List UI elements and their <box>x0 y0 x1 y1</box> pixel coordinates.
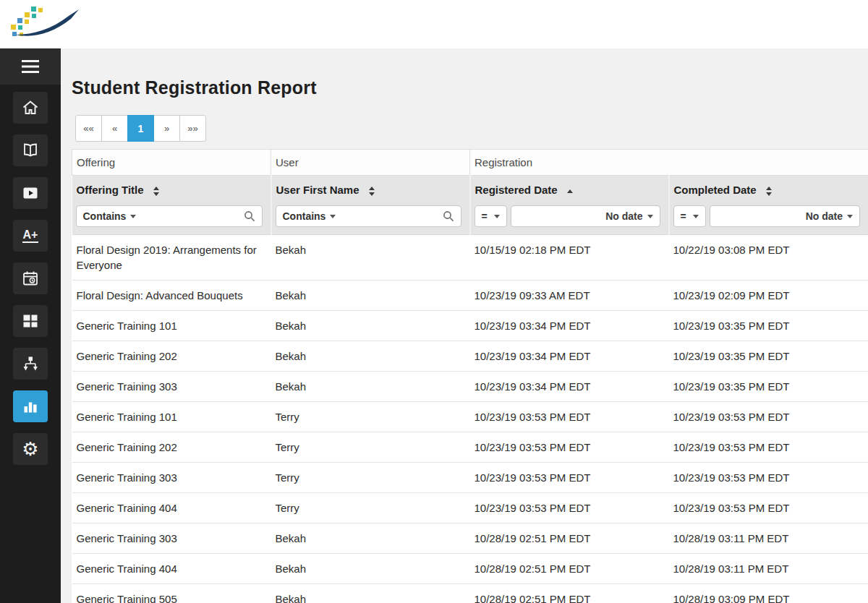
table-row[interactable]: Generic Training 303Terry10/23/19 03:53 … <box>72 463 868 493</box>
a-plus-icon: A+ <box>22 228 39 244</box>
table-row[interactable]: Generic Training 101Bekah10/23/19 03:34 … <box>72 311 868 341</box>
sidebar-item-home[interactable] <box>13 92 48 124</box>
table-row[interactable]: Generic Training 404Terry10/23/19 03:53 … <box>72 493 868 523</box>
open-book-icon <box>22 142 39 159</box>
sort-icon <box>369 187 375 196</box>
search-icon[interactable] <box>443 210 454 222</box>
table-row[interactable]: Generic Training 303Bekah10/23/19 03:34 … <box>72 372 868 402</box>
table-cell: 10/28/19 03:11 PM EDT <box>669 523 868 554</box>
table-row[interactable]: Generic Training 202Terry10/23/19 03:53 … <box>72 432 868 463</box>
table-cell: Floral Design: Advanced Bouquets <box>72 281 271 311</box>
column-header-user-first-name[interactable]: User First Name <box>271 176 470 205</box>
table-cell: 10/23/19 03:35 PM EDT <box>669 341 868 372</box>
table-cell: Terry <box>271 432 470 463</box>
table-cell: 10/23/19 03:53 PM EDT <box>470 493 669 523</box>
column-header-row: Offering Title User First Name Registere… <box>72 176 868 205</box>
date-filter-value: No date <box>806 210 843 222</box>
pagination: «« « 1 » »» <box>75 115 206 142</box>
group-header-registration: Registration <box>470 150 868 176</box>
table-cell: 10/23/19 03:34 PM EDT <box>470 311 669 341</box>
first-page-button[interactable]: «« <box>75 115 102 142</box>
table-cell: Bekah <box>271 372 470 402</box>
chevron-down-icon <box>130 215 136 218</box>
table-cell: Generic Training 202 <box>72 341 271 372</box>
table-cell: Bekah <box>271 281 470 311</box>
completed-date-value-dropdown[interactable]: No date <box>710 205 861 227</box>
table-row[interactable]: Generic Training 303Bekah10/28/19 02:51 … <box>72 523 868 554</box>
column-header-completed-date[interactable]: Completed Date <box>669 176 868 205</box>
last-page-button[interactable]: »» <box>179 115 206 142</box>
table-cell: 10/28/19 03:09 PM EDT <box>669 584 868 603</box>
completed-date-filter-cell: = No date <box>669 204 868 235</box>
table-cell: 10/23/19 03:53 PM EDT <box>669 463 868 493</box>
table-row[interactable]: Floral Design: Advanced BouquetsBekah10/… <box>72 281 868 311</box>
group-header-user: User <box>271 150 470 176</box>
table-row[interactable]: Generic Training 505Bekah10/28/19 02:51 … <box>72 584 868 603</box>
table-cell: 10/23/19 03:35 PM EDT <box>669 311 868 341</box>
next-page-button[interactable]: » <box>153 115 180 142</box>
registered-date-operator-dropdown[interactable]: = <box>475 205 507 227</box>
sidebar-item-catalog[interactable] <box>13 134 48 166</box>
report-rows: Floral Design 2019: Arrangements for Eve… <box>72 235 868 603</box>
page-1-button[interactable]: 1 <box>127 115 154 142</box>
hamburger-menu-button[interactable] <box>0 48 61 85</box>
sidebar-item-calendar[interactable] <box>13 262 48 294</box>
table-cell: 10/23/19 03:53 PM EDT <box>669 432 868 463</box>
table-cell: 10/22/19 03:08 PM EDT <box>669 235 868 281</box>
table-cell: Generic Training 202 <box>72 432 271 463</box>
column-label: Registered Date <box>475 184 558 196</box>
offering-title-filter[interactable]: Contains <box>76 205 263 227</box>
user-first-name-filter[interactable]: Contains <box>276 205 461 227</box>
table-cell: 10/23/19 03:53 PM EDT <box>669 402 868 432</box>
sidebar-item-learning-paths[interactable] <box>13 348 48 380</box>
main-content: Student Registration Report «« « 1 » »» … <box>61 48 868 603</box>
top-bar <box>0 0 868 48</box>
table-cell: Terry <box>271 463 470 493</box>
completed-date-operator-dropdown[interactable]: = <box>673 205 706 227</box>
table-cell: Floral Design 2019: Arrangements for Eve… <box>72 235 271 281</box>
filter-operator-label[interactable]: Contains <box>83 210 127 222</box>
table-cell: Terry <box>271 493 470 523</box>
table-cell: Generic Training 101 <box>72 402 271 432</box>
filter-operator-label[interactable]: Contains <box>283 210 326 222</box>
table-cell: 10/28/19 03:11 PM EDT <box>669 554 868 584</box>
prev-page-button[interactable]: « <box>101 115 128 142</box>
chevron-down-icon <box>647 215 653 218</box>
table-cell: 10/23/19 03:53 PM EDT <box>669 493 868 523</box>
sidebar-item-grades[interactable]: A+ <box>13 220 48 252</box>
sidebar-item-modules[interactable] <box>13 305 48 337</box>
search-icon[interactable] <box>244 210 255 222</box>
sidebar-nav: A+ <box>0 85 61 465</box>
sitemap-icon <box>22 355 39 372</box>
table-cell: 10/23/19 02:09 PM EDT <box>669 281 868 311</box>
table-cell: 10/23/19 03:53 PM EDT <box>470 402 669 432</box>
date-operator-label: = <box>482 210 488 222</box>
chevron-down-icon <box>693 215 699 218</box>
table-cell: Generic Training 101 <box>72 311 271 341</box>
group-header-offering: Offering <box>72 150 271 176</box>
table-cell: Bekah <box>271 311 470 341</box>
table-row[interactable]: Generic Training 202Bekah10/23/19 03:34 … <box>72 341 868 372</box>
table-cell: 10/28/19 02:51 PM EDT <box>470 584 669 603</box>
table-cell: Terry <box>271 402 470 432</box>
table-cell: Generic Training 303 <box>72 372 271 402</box>
report-table: Offering User Registration Offering Titl… <box>72 149 868 603</box>
sidebar-item-reports[interactable] <box>13 390 48 422</box>
table-cell: Generic Training 404 <box>72 554 271 584</box>
table-row[interactable]: Floral Design 2019: Arrangements for Eve… <box>72 235 868 281</box>
table-cell: 10/28/19 02:51 PM EDT <box>470 523 669 554</box>
sidebar-item-settings[interactable]: ⚙ <box>13 433 48 465</box>
sort-icon <box>766 187 772 196</box>
column-header-registered-date[interactable]: Registered Date <box>470 176 669 205</box>
table-row[interactable]: Generic Training 101Terry10/23/19 03:53 … <box>72 402 868 432</box>
table-row[interactable]: Generic Training 404Bekah10/28/19 02:51 … <box>72 554 868 584</box>
column-header-offering-title[interactable]: Offering Title <box>72 176 271 205</box>
table-cell: Bekah <box>271 523 470 554</box>
table-cell: 10/23/19 03:35 PM EDT <box>669 372 868 402</box>
offering-title-filter-cell: Contains <box>72 204 271 235</box>
chevron-down-icon <box>330 215 336 218</box>
registered-date-value-dropdown[interactable]: No date <box>511 205 660 227</box>
sidebar-item-media[interactable] <box>13 177 48 209</box>
table-cell: 10/23/19 09:33 AM EDT <box>470 281 669 311</box>
table-cell: Bekah <box>271 584 470 603</box>
